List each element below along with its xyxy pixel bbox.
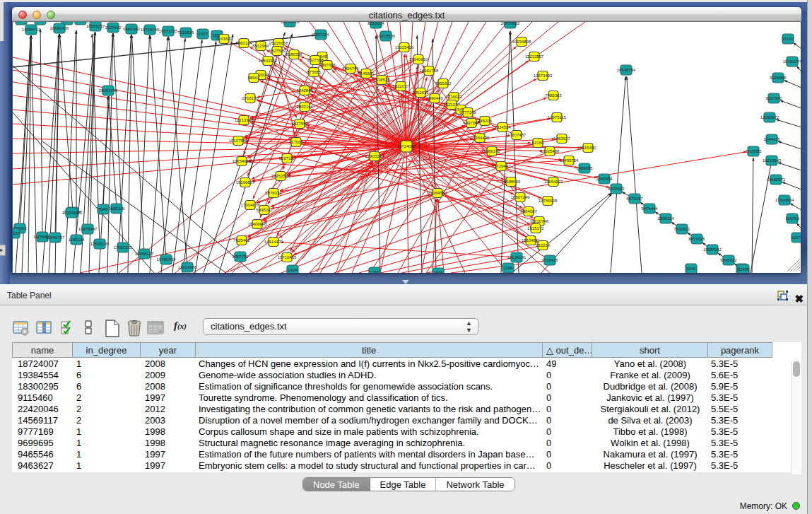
svg-text:9245: 9245 — [686, 267, 696, 271]
svg-text:17004678: 17004678 — [241, 203, 260, 207]
svg-text:7955812: 7955812 — [435, 81, 452, 86]
svg-text:1166: 1166 — [504, 266, 514, 270]
svg-text:9327: 9327 — [198, 32, 208, 36]
svg-text:14136141: 14136141 — [507, 255, 526, 259]
svg-text:10756928: 10756928 — [539, 199, 558, 203]
svg-text:3267110: 3267110 — [279, 156, 296, 160]
svg-text:1145134: 1145134 — [69, 238, 86, 242]
svg-text:16543362: 16543362 — [259, 59, 278, 63]
svg-text:12093872: 12093872 — [760, 115, 779, 119]
svg-text:19654923: 19654923 — [544, 180, 563, 184]
svg-text:10107553: 10107553 — [229, 139, 248, 143]
svg-text:2367608: 2367608 — [319, 63, 336, 67]
svg-text:9734023: 9734023 — [445, 95, 462, 99]
svg-text:746206: 746206 — [478, 119, 493, 123]
svg-text:10654985: 10654985 — [233, 159, 252, 163]
svg-text:10973493: 10973493 — [534, 74, 553, 78]
svg-text:19353594: 19353594 — [271, 174, 290, 178]
svg-text:1575: 1575 — [433, 271, 443, 273]
svg-text:9463627: 9463627 — [553, 136, 570, 141]
svg-text:10958127: 10958127 — [135, 252, 154, 256]
svg-text:10553257: 10553257 — [86, 24, 105, 28]
svg-text:1640954: 1640954 — [596, 177, 613, 181]
svg-text:16782759: 16782759 — [157, 257, 176, 262]
svg-text:16033809: 16033809 — [281, 22, 300, 24]
svg-text:12213967: 12213967 — [525, 54, 544, 59]
svg-text:9427552: 9427552 — [291, 122, 308, 126]
svg-text:1615172: 1615172 — [527, 226, 544, 230]
svg-text:1527602: 1527602 — [105, 25, 122, 30]
svg-text:7485063: 7485063 — [545, 93, 562, 98]
svg-text:7632621: 7632621 — [673, 227, 690, 231]
svg-text:9242848: 9242848 — [296, 88, 313, 93]
svg-text:7986372: 7986372 — [483, 149, 500, 153]
svg-text:25226058: 25226058 — [269, 41, 288, 45]
svg-text:92456: 92456 — [738, 267, 750, 271]
svg-text:28053346: 28053346 — [99, 88, 118, 93]
svg-text:1733426: 1733426 — [541, 258, 558, 262]
svg-text:9657791: 9657791 — [232, 255, 249, 259]
svg-text:9777169: 9777169 — [459, 110, 476, 115]
svg-text:8938923: 8938923 — [608, 187, 625, 191]
svg-text:15716485: 15716485 — [278, 255, 297, 259]
svg-text:18724007: 18724007 — [397, 144, 416, 148]
svg-text:19384554: 19384554 — [428, 191, 447, 195]
svg-text:2605306: 2605306 — [108, 206, 125, 211]
svg-text:8990443: 8990443 — [426, 96, 443, 100]
svg-text:252214: 252214 — [536, 243, 551, 247]
svg-text:10688609: 10688609 — [502, 180, 521, 184]
svg-text:3624554: 3624554 — [494, 125, 511, 129]
svg-text:10654112: 10654112 — [703, 247, 722, 252]
svg-text:11675: 11675 — [792, 235, 801, 240]
svg-text:1362615: 1362615 — [412, 90, 429, 95]
svg-text:2935114: 2935114 — [658, 216, 675, 221]
svg-text:417006: 417006 — [289, 140, 304, 144]
svg-text:7357224: 7357224 — [312, 33, 329, 37]
svg-text:10719155: 10719155 — [141, 28, 160, 32]
svg-text:8945: 8945 — [98, 207, 108, 211]
svg-text:62160: 62160 — [532, 141, 544, 145]
svg-text:5878334: 5878334 — [265, 191, 282, 195]
svg-text:99157: 99157 — [13, 231, 20, 235]
svg-text:10975887: 10975887 — [78, 227, 98, 231]
svg-text:8322037: 8322037 — [392, 84, 409, 88]
svg-text:17016504: 17016504 — [775, 198, 794, 202]
svg-text:10210643: 10210643 — [763, 158, 782, 163]
svg-text:19166827: 19166827 — [236, 180, 255, 185]
svg-text:9474444: 9474444 — [641, 206, 658, 211]
svg-text:8813054: 8813054 — [367, 22, 384, 25]
svg-text:18807249: 18807249 — [511, 195, 530, 199]
svg-text:15720407: 15720407 — [492, 164, 511, 168]
svg-text:20364436: 20364436 — [471, 136, 490, 140]
svg-text:6497568: 6497568 — [463, 121, 480, 125]
svg-text:9115460: 9115460 — [580, 146, 597, 150]
svg-text:10154808: 10154808 — [512, 40, 531, 44]
svg-text:8186328: 8186328 — [286, 52, 302, 57]
svg-text:98901: 98901 — [248, 76, 260, 80]
svg-text:9245612: 9245612 — [720, 258, 737, 262]
svg-text:8912954: 8912954 — [252, 44, 269, 48]
svg-text:16671355: 16671355 — [159, 29, 178, 33]
svg-text:9227342: 9227342 — [765, 96, 782, 100]
svg-text:2718170: 2718170 — [242, 96, 259, 100]
svg-text:1538520: 1538520 — [373, 78, 390, 82]
svg-text:12213303: 12213303 — [235, 118, 254, 122]
svg-text:9827509: 9827509 — [269, 49, 286, 53]
svg-text:23302023: 23302023 — [365, 154, 384, 158]
svg-text:12505135: 12505135 — [90, 242, 110, 246]
svg-text:11121: 11121 — [782, 37, 794, 41]
svg-text:15751074: 15751074 — [783, 59, 801, 64]
svg-text:1244415: 1244415 — [763, 137, 780, 141]
svg-text:3215955: 3215955 — [745, 149, 762, 153]
svg-text:5498242: 5498242 — [256, 208, 273, 212]
svg-text:9884067: 9884067 — [520, 209, 537, 214]
svg-text:7163822: 7163822 — [216, 37, 233, 41]
svg-text:13325419: 13325419 — [395, 45, 414, 49]
svg-text:1292: 1292 — [370, 270, 379, 273]
svg-text:6899695: 6899695 — [576, 166, 593, 170]
svg-text:16648784: 16648784 — [617, 68, 636, 72]
svg-text:14914479: 14914479 — [264, 240, 283, 244]
svg-text:8454749: 8454749 — [342, 66, 359, 71]
svg-text:19218506: 19218506 — [377, 34, 396, 38]
svg-text:12923468: 12923468 — [178, 265, 197, 269]
